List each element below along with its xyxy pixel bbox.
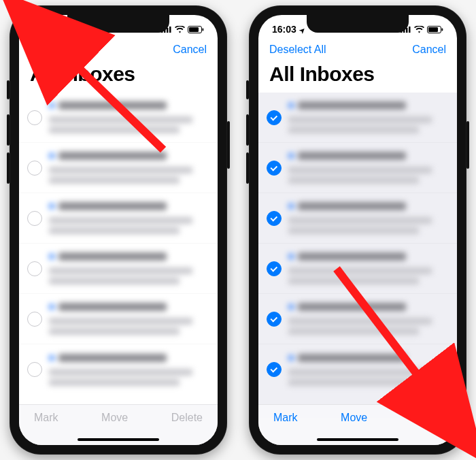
selection-checkbox[interactable] bbox=[27, 211, 42, 226]
mail-preview-redacted bbox=[49, 350, 208, 389]
home-indicator[interactable] bbox=[78, 438, 159, 441]
battery-icon bbox=[188, 26, 204, 33]
mail-preview-redacted bbox=[49, 299, 208, 338]
cancel-button[interactable]: Cancel bbox=[173, 44, 207, 56]
svg-rect-10 bbox=[409, 27, 411, 33]
nav-bar: Deselect All Cancel bbox=[258, 39, 457, 59]
phone-right: 16:03 bbox=[249, 5, 466, 455]
volume-up-button bbox=[7, 114, 10, 146]
status-time: 16:03 bbox=[272, 24, 296, 35]
mail-preview-redacted bbox=[49, 199, 208, 237]
mark-button[interactable]: Mark bbox=[273, 412, 298, 424]
volume-up-button bbox=[246, 114, 249, 146]
mail-row[interactable] bbox=[258, 344, 457, 395]
mail-row[interactable] bbox=[258, 244, 457, 294]
svg-rect-5 bbox=[189, 27, 199, 32]
mail-preview-redacted bbox=[288, 350, 447, 389]
volume-down-button bbox=[7, 152, 10, 184]
cancel-button[interactable]: Cancel bbox=[412, 44, 446, 56]
mail-preview-redacted bbox=[49, 249, 208, 288]
wifi-icon bbox=[414, 26, 424, 33]
selection-checkbox[interactable] bbox=[267, 261, 282, 276]
mail-preview-redacted bbox=[288, 148, 447, 187]
battery-icon bbox=[427, 26, 443, 33]
mail-list[interactable] bbox=[19, 93, 218, 418]
mail-row[interactable] bbox=[19, 193, 218, 244]
mail-row[interactable] bbox=[258, 294, 457, 344]
mail-row[interactable] bbox=[258, 193, 457, 244]
mail-row[interactable] bbox=[19, 143, 218, 193]
mute-switch bbox=[246, 80, 249, 99]
bottom-toolbar: Mark Move Delete bbox=[258, 404, 457, 445]
mark-button: Mark bbox=[34, 412, 58, 424]
mail-preview-redacted bbox=[49, 148, 208, 187]
move-button[interactable]: Move bbox=[341, 412, 367, 424]
power-button bbox=[466, 121, 469, 169]
mail-preview-redacted bbox=[49, 98, 208, 137]
move-button: Move bbox=[101, 412, 128, 424]
svg-rect-12 bbox=[428, 27, 438, 32]
page-title: All Inboxes bbox=[258, 59, 457, 93]
mail-preview-redacted bbox=[288, 299, 447, 338]
screen: 16:02 bbox=[19, 15, 218, 445]
mail-row[interactable] bbox=[19, 244, 218, 294]
notch bbox=[307, 15, 409, 33]
mail-preview-redacted bbox=[288, 249, 447, 288]
device-frame: 16:03 bbox=[249, 5, 466, 455]
mail-row[interactable] bbox=[19, 344, 218, 395]
status-time: 16:02 bbox=[33, 24, 57, 35]
nav-bar: Select All Cancel bbox=[19, 39, 218, 59]
selection-checkbox[interactable] bbox=[27, 261, 42, 276]
location-icon bbox=[299, 24, 305, 35]
selection-checkbox[interactable] bbox=[267, 110, 282, 125]
selection-checkbox[interactable] bbox=[27, 161, 42, 176]
selection-checkbox[interactable] bbox=[267, 211, 282, 226]
mail-row[interactable] bbox=[258, 93, 457, 143]
location-icon bbox=[60, 24, 65, 35]
wifi-icon bbox=[175, 26, 185, 33]
bottom-toolbar: Mark Move Delete bbox=[19, 404, 218, 445]
selection-checkbox[interactable] bbox=[27, 312, 42, 327]
mail-preview-redacted bbox=[288, 199, 447, 237]
mail-row[interactable] bbox=[19, 93, 218, 143]
phone-left: 16:02 bbox=[10, 5, 227, 455]
volume-down-button bbox=[246, 152, 249, 184]
selection-checkbox[interactable] bbox=[27, 362, 42, 377]
select-all-button[interactable]: Select All bbox=[30, 44, 75, 56]
power-button bbox=[227, 121, 230, 169]
selection-checkbox[interactable] bbox=[267, 362, 282, 377]
delete-button: Delete bbox=[171, 412, 203, 424]
screen: 16:03 bbox=[258, 15, 457, 445]
mail-row[interactable] bbox=[258, 143, 457, 193]
mail-list[interactable] bbox=[258, 93, 457, 418]
selection-checkbox[interactable] bbox=[267, 161, 282, 176]
svg-rect-3 bbox=[169, 27, 171, 33]
selection-checkbox[interactable] bbox=[267, 312, 282, 327]
mail-preview-redacted bbox=[288, 98, 447, 137]
page-title: All Inboxes bbox=[19, 59, 218, 93]
delete-button[interactable]: Delete bbox=[411, 412, 442, 424]
home-indicator[interactable] bbox=[317, 438, 398, 441]
mail-row[interactable] bbox=[19, 294, 218, 344]
svg-rect-6 bbox=[203, 28, 204, 31]
notch bbox=[67, 15, 169, 33]
svg-rect-13 bbox=[442, 28, 443, 31]
deselect-all-button[interactable]: Deselect All bbox=[269, 44, 326, 56]
device-frame: 16:02 bbox=[10, 5, 227, 455]
mute-switch bbox=[7, 80, 10, 99]
selection-checkbox[interactable] bbox=[27, 110, 42, 125]
